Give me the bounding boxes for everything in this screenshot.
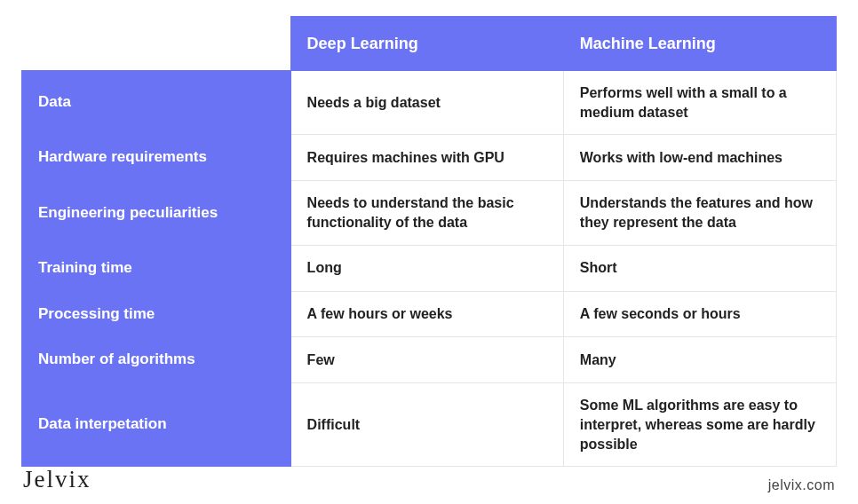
- cell-dl: Requires machines with GPU: [290, 135, 563, 181]
- cell-ml: Works with low-end machines: [563, 135, 836, 181]
- comparison-table-wrap: Deep Learning Machine Learning Data Need…: [0, 0, 858, 467]
- table-row: Hardware requirements Requires machines …: [22, 135, 837, 181]
- table-row: Engineering peculiarities Needs to under…: [22, 181, 837, 245]
- column-header-deep-learning: Deep Learning: [290, 17, 563, 71]
- table-row: Processing time A few hours or weeks A f…: [22, 291, 837, 337]
- cell-ml: Performs well with a small to a medium d…: [563, 71, 836, 135]
- table-header-row: Deep Learning Machine Learning: [22, 17, 837, 71]
- cell-dl: Needs to understand the basic functional…: [290, 181, 563, 245]
- cell-dl: Few: [290, 337, 563, 383]
- cell-ml: A few seconds or hours: [563, 291, 836, 337]
- cell-dl: A few hours or weeks: [290, 291, 563, 337]
- brand-logo-text: Jelvix: [23, 466, 91, 493]
- row-header: Data interpetation: [22, 383, 291, 467]
- row-header: Hardware requirements: [22, 135, 291, 181]
- row-header: Processing time: [22, 291, 291, 337]
- brand-url: jelvix.com: [768, 477, 835, 493]
- comparison-table: Deep Learning Machine Learning Data Need…: [21, 16, 837, 467]
- footer: Jelvix jelvix.com: [23, 466, 835, 493]
- table-row: Training time Long Short: [22, 245, 837, 291]
- row-header: Training time: [22, 245, 291, 291]
- cell-ml: Many: [563, 337, 836, 383]
- table-row: Data Needs a big dataset Performs well w…: [22, 71, 837, 135]
- row-header: Number of algorithms: [22, 337, 291, 383]
- row-header: Data: [22, 71, 291, 135]
- cell-ml: Short: [563, 245, 836, 291]
- header-blank-cell: [22, 17, 291, 71]
- cell-dl: Long: [290, 245, 563, 291]
- cell-ml: Understands the features and how they re…: [563, 181, 836, 245]
- table-row: Data interpetation Difficult Some ML alg…: [22, 383, 837, 467]
- column-header-machine-learning: Machine Learning: [563, 17, 836, 71]
- table-row: Number of algorithms Few Many: [22, 337, 837, 383]
- cell-ml: Some ML algorithms are easy to interpret…: [563, 383, 836, 467]
- cell-dl: Difficult: [290, 383, 563, 467]
- row-header: Engineering peculiarities: [22, 181, 291, 245]
- cell-dl: Needs a big dataset: [290, 71, 563, 135]
